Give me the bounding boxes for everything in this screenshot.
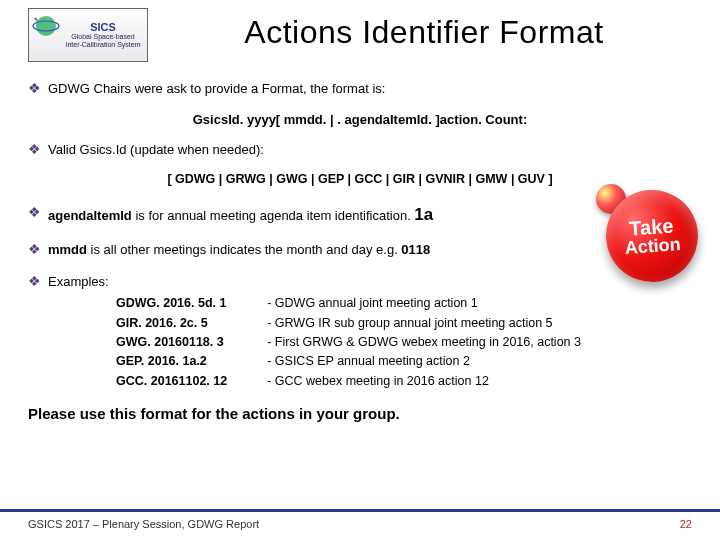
logo-sub2: Inter-Calibration System xyxy=(65,41,140,48)
mmdd-example: 0118 xyxy=(401,242,430,257)
take-action-line2: Action xyxy=(624,235,681,257)
example-id: GEP. 2016. 1a.2 xyxy=(116,352,227,371)
logo-title: SICS xyxy=(65,21,140,33)
bullet-icon: ❖ xyxy=(28,241,48,258)
examples-desc-col: - GDWG annual joint meeting action 1 - G… xyxy=(267,294,581,391)
slide-title: Actions Identifier Format xyxy=(156,8,692,51)
format-line: GsicsId. yyyy[ mmdd. | . agendaItemId. ]… xyxy=(28,112,692,127)
agenda-item-id-label: agendaItemId xyxy=(48,208,132,223)
example-id: GWG. 20160118. 3 xyxy=(116,333,227,352)
valid-ids-line: [ GDWG | GRWG | GWG | GEP | GCC | GIR | … xyxy=(28,172,692,186)
footer-text: GSICS 2017 – Plenary Session, GDWG Repor… xyxy=(28,518,259,530)
svg-point-0 xyxy=(36,16,56,36)
example-desc: - First GRWG & GDWG webex meeting in 201… xyxy=(267,333,581,352)
bullet-icon: ❖ xyxy=(28,273,48,290)
example-id: GCC. 20161102. 12 xyxy=(116,372,227,391)
bullet-2: Valid Gsics.Id (update when needed): xyxy=(48,141,692,159)
bullet-5: Examples: xyxy=(48,273,692,291)
example-desc: - GSICS EP annual meeting action 2 xyxy=(267,352,581,371)
examples-ids-col: GDWG. 2016. 5d. 1 GIR. 2016. 2c. 5 GWG. … xyxy=(116,294,227,391)
mmdd-label: mmdd xyxy=(48,242,87,257)
closing-instruction: Please use this format for the actions i… xyxy=(28,405,692,422)
example-desc: - GDWG annual joint meeting action 1 xyxy=(267,294,581,313)
examples-block: GDWG. 2016. 5d. 1 GIR. 2016. 2c. 5 GWG. … xyxy=(116,294,692,391)
bullet-icon: ❖ xyxy=(28,80,48,97)
bullet-3: agendaItemId is for annual meeting agend… xyxy=(48,204,692,227)
gsics-logo: SICS Global Space-based Inter-Calibratio… xyxy=(28,8,148,62)
example-id: GDWG. 2016. 5d. 1 xyxy=(116,294,227,313)
agenda-example-1a: 1a xyxy=(414,205,433,224)
example-id: GIR. 2016. 2c. 5 xyxy=(116,314,227,333)
bullet-4: mmdd is all other meetings indicates the… xyxy=(48,241,692,259)
bullet-1: GDWG Chairs were ask to provide a Format… xyxy=(48,80,692,98)
page-number: 22 xyxy=(680,518,692,530)
bullet-4-text: is all other meetings indicates the mont… xyxy=(87,242,401,257)
bullet-icon: ❖ xyxy=(28,204,48,221)
example-desc: - GRWG IR sub group annual joint meeting… xyxy=(267,314,581,333)
bullet-3-text: is for annual meeting agenda item identi… xyxy=(132,208,415,223)
logo-sub1: Global Space-based xyxy=(71,33,134,40)
example-desc: - GCC webex meeting in 2016 action 12 xyxy=(267,372,581,391)
take-action-graphic: Take Action xyxy=(606,190,702,286)
bullet-icon: ❖ xyxy=(28,141,48,158)
